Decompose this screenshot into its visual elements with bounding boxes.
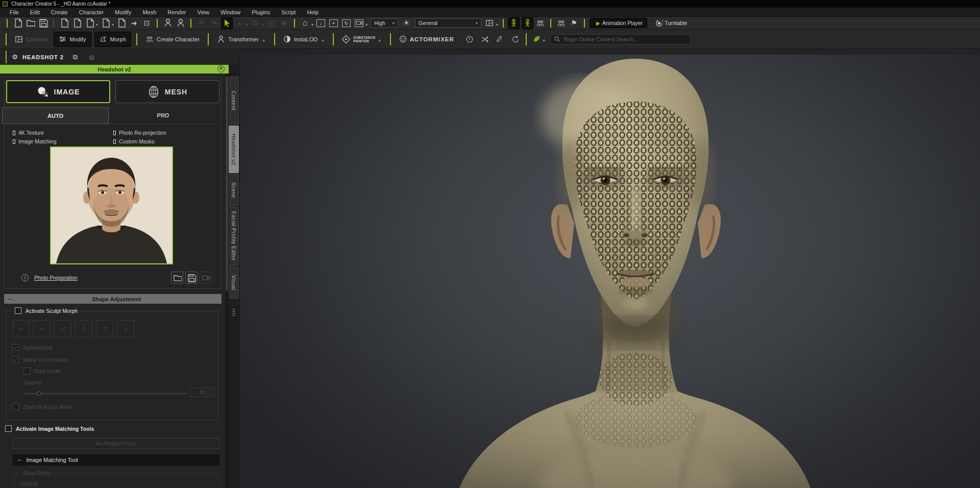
new-project-icon[interactable] (12, 17, 23, 29)
redo-icon[interactable]: ↷ (208, 17, 220, 29)
sculpt-tool-drag-icon[interactable]: ↗ (54, 320, 71, 337)
chevron-down-icon[interactable]: ▾ (543, 38, 545, 43)
load-photo-button[interactable] (171, 272, 183, 284)
turntable-button[interactable]: Turntable (649, 18, 691, 28)
mixer-face-icon[interactable] (464, 33, 476, 45)
render-image-icon[interactable]: ⊡ (141, 17, 153, 29)
side-tab-headshot[interactable]: Headshot v2 (229, 126, 239, 173)
image-mode-button[interactable]: IMAGE (6, 80, 110, 103)
slider-thumb[interactable] (37, 391, 41, 396)
avatar-proportion-icon[interactable] (162, 17, 174, 29)
mesh-mode-button[interactable]: MESH (115, 80, 219, 103)
menu-modify[interactable]: Modify (109, 9, 137, 15)
image-matching-tool-header[interactable]: − Image Matching Tool (13, 454, 219, 466)
refresh-loop-icon[interactable] (510, 33, 522, 45)
opacity-value[interactable]: 15 (190, 387, 207, 397)
menu-window[interactable]: Window (215, 9, 246, 15)
headshot-face-icon[interactable]: ☺ (86, 51, 97, 63)
chevron-down-icon[interactable]: ▾ (496, 22, 498, 27)
edit-photo-button[interactable] (200, 272, 212, 284)
shuffle-icon[interactable] (479, 33, 491, 45)
save-project-icon[interactable] (37, 17, 49, 29)
chevron-down-icon[interactable]: ▾ (311, 22, 313, 27)
export-obj-icon[interactable] (84, 17, 95, 29)
frame-all-icon[interactable]: + (329, 19, 338, 27)
sculpt-tool-full-icon[interactable]: + (12, 320, 30, 337)
rotate-tool-icon[interactable]: ↻ (250, 17, 261, 29)
opacity-spinner[interactable]: ▲ ▼ (208, 387, 215, 397)
export-usd-icon[interactable] (115, 17, 127, 29)
shape-adjustment-header[interactable]: − Shape Adjustment (4, 294, 222, 304)
menu-plugins[interactable]: Plugins (246, 9, 276, 15)
pose-mode-icon[interactable] (508, 17, 520, 29)
panel-scrollbar[interactable] (225, 74, 229, 488)
viewport-3d[interactable] (239, 55, 980, 488)
plant-grow-icon[interactable] (531, 33, 543, 45)
lighting-icon[interactable]: ☀ (401, 17, 412, 29)
flag-icon[interactable]: ⚑ (568, 17, 580, 29)
scrollbar-thumb[interactable] (226, 77, 228, 291)
info-icon[interactable]: i (21, 274, 29, 281)
menu-help[interactable]: Help (301, 9, 324, 15)
reproject-photo-button[interactable]: Re-Project Photo (13, 438, 219, 449)
menu-mesh[interactable]: Mesh (137, 9, 162, 15)
search-input[interactable] (564, 36, 687, 42)
crowd-icon[interactable] (534, 17, 546, 29)
select-tool-icon[interactable] (221, 17, 233, 29)
panel-header[interactable]: Headshot v2 ✕ (0, 65, 229, 74)
substance-painter-button[interactable]: SUBSTANCE PAINTER ▾ (337, 32, 386, 47)
sculpt-tool-smooth-icon[interactable]: ∼ (33, 320, 51, 337)
reset-camera-icon[interactable]: ↻ (342, 19, 351, 27)
sculpt-tool-vertical-icon[interactable]: | (75, 320, 92, 337)
render-mode-dropdown[interactable]: General▾ (415, 18, 481, 28)
spin-down-icon[interactable]: ▼ (209, 393, 214, 397)
activate-image-matching-checkbox[interactable] (5, 425, 12, 432)
source-photo[interactable] (50, 147, 173, 264)
brush-icon[interactable] (495, 33, 506, 45)
export-fbx-icon[interactable] (100, 17, 111, 29)
quality-dropdown[interactable]: High▾ (371, 18, 398, 28)
camera-view-icon[interactable] (355, 19, 363, 27)
export-arrow-icon[interactable]: ➜ (128, 17, 140, 29)
scale-tool-icon[interactable]: ◱ (265, 17, 277, 29)
side-tab-content[interactable]: Content (229, 77, 239, 125)
side-tab-visual[interactable]: Visual (229, 267, 239, 299)
modify-button[interactable]: Modify (54, 32, 91, 47)
side-tab-facial-profile-editor[interactable]: Facial Profile Editor (229, 207, 239, 266)
spin-up-icon[interactable]: ▲ (209, 388, 214, 393)
tab-pro[interactable]: PRO (109, 107, 217, 124)
show-control-area-checkbox[interactable] (12, 356, 19, 363)
save-photo-button[interactable] (185, 272, 198, 284)
import-character-icon[interactable] (58, 17, 70, 29)
sculpt-tool-profile-icon[interactable]: ) (117, 320, 134, 337)
collapse-icon[interactable]: − (18, 457, 21, 463)
zoom-focus-checkbox[interactable] (12, 403, 19, 410)
instalod-button[interactable]: InstaLOD ▾ (279, 32, 329, 47)
menu-edit[interactable]: Edit (24, 9, 45, 15)
headshot-plugin-label[interactable]: HEADSHOT 2 (22, 54, 64, 60)
character-list-icon[interactable] (555, 17, 567, 29)
drag-grip[interactable] (232, 309, 235, 317)
activate-sculpt-checkbox[interactable] (15, 307, 21, 314)
tab-auto[interactable]: AUTO (2, 107, 109, 124)
headshot-card-icon[interactable]: ⧉ (69, 51, 81, 63)
move-tool-icon[interactable]: + (234, 17, 246, 29)
open-project-icon[interactable] (24, 17, 36, 29)
undo-icon[interactable]: ↶ (195, 17, 207, 29)
animation-player-button[interactable]: ▶ Animation Player (590, 18, 647, 28)
menu-character[interactable]: Character (74, 9, 109, 15)
sculpt-tool-horizontal-icon[interactable]: = (96, 320, 113, 337)
import-motion-icon[interactable] (71, 17, 83, 29)
chevron-down-icon[interactable]: ▾ (96, 22, 98, 27)
content-search-box[interactable] (550, 34, 691, 44)
opacity-slider[interactable] (23, 391, 187, 396)
morph-button[interactable]: Morph (94, 32, 131, 47)
dark-mode-checkbox[interactable] (23, 368, 30, 374)
menu-render[interactable]: Render (162, 9, 191, 15)
chevron-down-icon[interactable]: ▾ (365, 22, 368, 27)
motion-mode-icon[interactable] (522, 17, 533, 29)
symmetrical-checkbox[interactable] (12, 344, 19, 351)
conform-button[interactable]: Conform (10, 32, 52, 47)
side-tab-scene[interactable]: Scene (229, 174, 239, 206)
create-character-button[interactable]: Create Character (141, 32, 204, 47)
